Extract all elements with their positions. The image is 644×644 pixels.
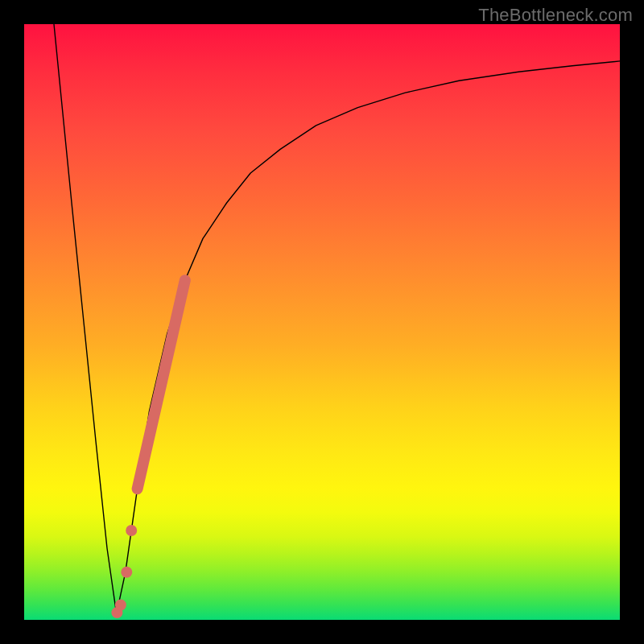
highlight-segment [138, 280, 185, 489]
watermark-text: TheBottleneck.com [478, 5, 633, 26]
bottleneck-curve [54, 24, 620, 614]
chart-svg [24, 24, 620, 620]
chart-frame: TheBottleneck.com [0, 0, 644, 644]
highlight-dot [126, 525, 137, 536]
highlight-dot [115, 600, 126, 611]
highlight-dot [121, 567, 132, 578]
plot-area [24, 24, 620, 620]
